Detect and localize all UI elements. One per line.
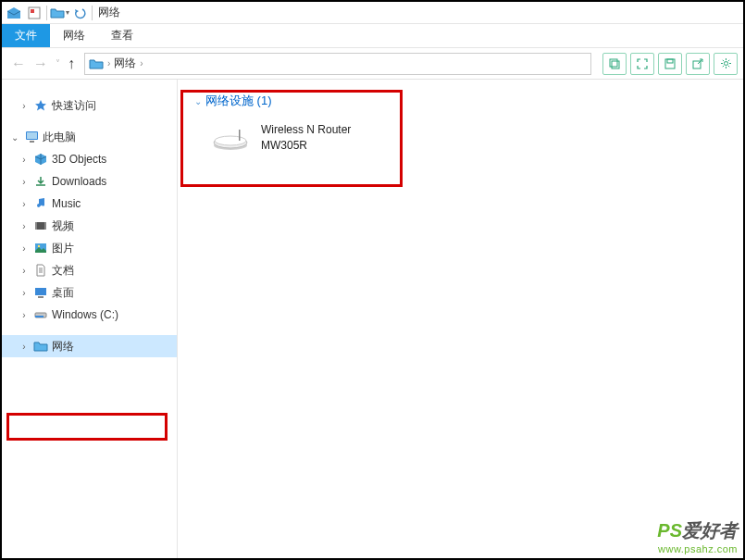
group-header-label: 网络设施 (1) xyxy=(205,93,272,109)
svg-rect-10 xyxy=(30,141,34,143)
chevron-right-icon: › xyxy=(107,58,110,68)
device-item[interactable]: Wireless N Router MW305R xyxy=(194,118,726,161)
sidebar-item-videos[interactable]: › 视频 xyxy=(2,215,177,237)
sidebar-item-label: Downloads xyxy=(52,175,106,188)
expand-icon[interactable]: › xyxy=(19,310,30,320)
sidebar-item-network[interactable]: › 网络 xyxy=(2,335,177,357)
drive-icon xyxy=(33,307,48,322)
history-dropdown-icon[interactable]: ˅ xyxy=(56,58,60,68)
svg-rect-17 xyxy=(38,296,43,298)
qat-folder-icon[interactable]: ▾ xyxy=(49,3,69,23)
address-bar[interactable]: › 网络 › xyxy=(84,53,591,75)
title-bar: ▾ 网络 xyxy=(2,2,743,24)
collapse-icon[interactable]: ⌄ xyxy=(9,132,20,143)
sidebar-item-label: 快速访问 xyxy=(52,98,96,114)
undo-icon[interactable] xyxy=(69,3,90,23)
ribbon-tabs: 文件 网络 查看 xyxy=(2,24,743,48)
sidebar-item-label: 桌面 xyxy=(52,285,74,301)
svg-rect-23 xyxy=(239,130,241,141)
sidebar-item-label: 网络 xyxy=(52,339,74,355)
toolbar-right xyxy=(602,53,738,75)
back-arrow-icon[interactable]: ← xyxy=(11,56,26,72)
document-icon xyxy=(33,263,48,278)
expand-icon[interactable]: › xyxy=(19,342,30,352)
breadcrumb-item[interactable]: 网络 xyxy=(114,56,136,71)
tab-file[interactable]: 文件 xyxy=(2,24,50,47)
expand-icon[interactable]: › xyxy=(19,199,30,209)
expand-icon[interactable]: › xyxy=(19,101,30,111)
svg-rect-19 xyxy=(35,316,43,317)
svg-point-22 xyxy=(215,136,246,145)
app-icon[interactable] xyxy=(4,3,24,23)
sidebar-item-label: Music xyxy=(52,197,81,210)
svg-rect-9 xyxy=(27,132,37,139)
device-name-line1: Wireless N Router xyxy=(261,122,351,138)
window-title: 网络 xyxy=(98,5,120,20)
tab-network[interactable]: 网络 xyxy=(50,24,98,47)
watermark-brand: PS xyxy=(657,520,682,541)
separator xyxy=(92,6,93,20)
save-icon[interactable] xyxy=(658,53,682,75)
nav-arrows: ← → ˅ ↑ xyxy=(7,56,79,72)
up-arrow-icon[interactable]: ↑ xyxy=(68,56,75,72)
copy-icon[interactable] xyxy=(602,53,627,75)
expand-icon[interactable] xyxy=(630,53,654,75)
expand-icon[interactable]: › xyxy=(19,288,30,298)
svg-rect-16 xyxy=(35,288,46,295)
sidebar-item-pictures[interactable]: › 图片 xyxy=(2,237,177,259)
body: › 快速访问 ⌄ 此电脑 › 3D Objects › Downloads › … xyxy=(2,80,743,558)
sidebar: › 快速访问 ⌄ 此电脑 › 3D Objects › Downloads › … xyxy=(2,80,178,558)
sidebar-item-label: 文档 xyxy=(52,263,74,279)
watermark-text: 爱好者 xyxy=(682,520,738,541)
music-icon xyxy=(33,196,48,211)
watermark-url: www.psahz.com xyxy=(657,543,738,554)
desktop-icon xyxy=(33,285,48,300)
sidebar-item-label: 3D Objects xyxy=(52,153,106,166)
content-pane: ⌄ 网络设施 (1) Wireless N Router MW305R xyxy=(178,80,743,558)
sidebar-item-3d-objects[interactable]: › 3D Objects xyxy=(2,148,177,170)
svg-point-7 xyxy=(724,62,727,66)
svg-rect-3 xyxy=(612,61,619,68)
cube-icon xyxy=(33,152,48,167)
router-icon xyxy=(211,124,250,152)
navigation-bar: ← → ˅ ↑ › 网络 › xyxy=(2,48,743,80)
svg-rect-13 xyxy=(44,222,46,230)
forward-arrow-icon[interactable]: → xyxy=(33,56,48,72)
sidebar-item-music[interactable]: › Music xyxy=(2,193,177,215)
folder-icon xyxy=(89,57,104,70)
svg-point-15 xyxy=(38,245,40,247)
watermark: PS爱好者 www.psahz.com xyxy=(657,518,738,554)
expand-icon[interactable]: › xyxy=(19,155,30,165)
sidebar-item-label: 视频 xyxy=(52,218,74,234)
monitor-icon xyxy=(24,130,39,144)
sidebar-item-desktop[interactable]: › 桌面 xyxy=(2,281,177,304)
svg-rect-1 xyxy=(31,9,34,13)
sidebar-item-downloads[interactable]: › Downloads xyxy=(2,170,177,193)
svg-rect-5 xyxy=(667,59,673,63)
gear-icon[interactable] xyxy=(714,53,738,75)
download-icon xyxy=(33,174,48,189)
sidebar-item-documents[interactable]: › 文档 xyxy=(2,259,177,281)
expand-icon[interactable]: › xyxy=(19,243,30,254)
device-label: Wireless N Router MW305R xyxy=(261,122,351,154)
sidebar-item-drive-c[interactable]: › Windows (C:) xyxy=(2,304,177,326)
network-folder-icon xyxy=(33,339,48,354)
video-icon xyxy=(33,218,48,233)
svg-rect-2 xyxy=(610,59,617,67)
picture-icon xyxy=(33,241,48,255)
expand-icon[interactable]: › xyxy=(19,221,30,231)
device-name-line2: MW305R xyxy=(261,138,351,154)
svg-rect-12 xyxy=(35,222,37,230)
group-header[interactable]: ⌄ 网络设施 (1) xyxy=(194,93,726,109)
chevron-down-icon: ⌄ xyxy=(194,96,202,106)
expand-icon[interactable]: › xyxy=(19,266,30,276)
separator xyxy=(46,6,47,20)
sidebar-item-label: 图片 xyxy=(52,241,74,256)
sidebar-item-label: Windows (C:) xyxy=(52,308,118,321)
share-icon[interactable] xyxy=(686,53,710,75)
sidebar-this-pc[interactable]: ⌄ 此电脑 xyxy=(2,126,177,148)
sidebar-quick-access[interactable]: › 快速访问 xyxy=(2,94,177,117)
expand-icon[interactable]: › xyxy=(19,177,30,187)
tab-view[interactable]: 查看 xyxy=(98,24,146,47)
qat-properties-icon[interactable] xyxy=(24,3,44,23)
